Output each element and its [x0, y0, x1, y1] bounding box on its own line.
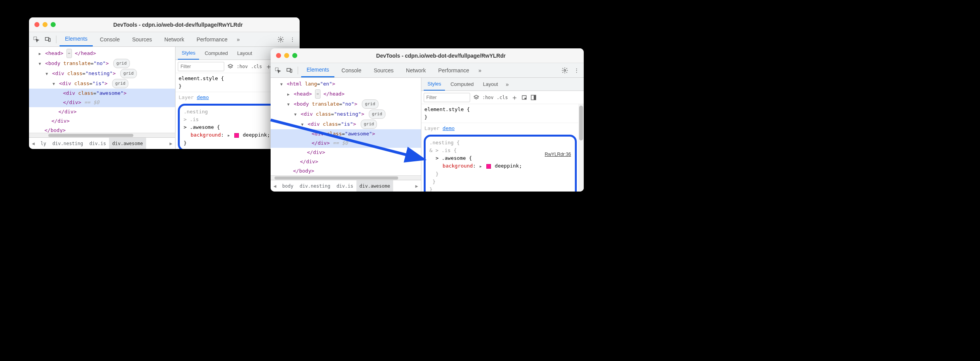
grid-badge[interactable]: grid [120, 69, 137, 78]
settings-icon[interactable] [560, 65, 570, 75]
expander-icon[interactable]: ▼ [37, 60, 42, 68]
scrollbar-thumb[interactable] [274, 176, 398, 180]
tab-performance[interactable]: Performance [433, 63, 474, 77]
grid-badge[interactable]: grid [361, 120, 377, 129]
computed-sidebar-icon[interactable] [521, 94, 527, 101]
zoom-window-button[interactable] [51, 22, 56, 27]
styles-filter-input[interactable] [178, 62, 224, 71]
rendering-icon[interactable] [530, 94, 537, 101]
layer-link[interactable]: demo [197, 94, 209, 100]
horizontal-scrollbar[interactable] [29, 133, 175, 137]
expander-icon[interactable]: ▼ [51, 80, 56, 88]
crumb-awesome[interactable]: div.awesome [356, 180, 393, 192]
prop-value-deeppink[interactable]: deeppink [495, 163, 519, 169]
grid-badge[interactable]: grid [113, 59, 130, 68]
minimize-window-button[interactable] [284, 53, 289, 58]
grid-badge[interactable]: grid [369, 109, 385, 119]
prop-name-background[interactable]: background [443, 163, 473, 169]
tab-console[interactable]: Console [336, 63, 366, 77]
dom-node-close-nesting[interactable]: </div> [29, 116, 175, 126]
styles-rules-body[interactable]: element.style { } Layer demo RwYLRdr:36 … [421, 104, 584, 192]
expander-icon[interactable]: ▼ [293, 110, 298, 119]
crumb-is[interactable]: div.is [333, 180, 356, 192]
inspect-icon[interactable] [31, 34, 41, 44]
breadcrumb-prev[interactable]: ◀ [271, 183, 279, 189]
styles-tab-computed[interactable]: Computed [201, 47, 232, 60]
dom-node-head[interactable]: ▶ <head> ⋯ </head> [29, 48, 175, 58]
styles-tab-styles[interactable]: Styles [424, 78, 445, 91]
crumb-body[interactable]: body [279, 180, 297, 192]
cls-toggle[interactable]: .cls [251, 64, 262, 69]
minimize-window-button[interactable] [43, 22, 48, 27]
vertical-scrollbar[interactable] [578, 104, 584, 192]
dom-node-nesting[interactable]: ▼ <div class="nesting"> grid [29, 68, 175, 79]
ellipsis-badge[interactable]: ⋯ [315, 89, 320, 99]
dom-node-body[interactable]: ▼ <body translate="no"> grid [271, 99, 421, 109]
grid-badge[interactable]: grid [362, 99, 378, 109]
selector-nesting-open[interactable]: .nesting { [429, 139, 571, 147]
dom-node-is[interactable]: ▼ <div class="is"> grid [271, 119, 421, 129]
crumb-awesome[interactable]: div.awesome [109, 138, 146, 149]
hov-toggle[interactable]: :hov [237, 64, 248, 69]
cls-toggle[interactable]: .cls [497, 95, 508, 100]
crumb-partial[interactable]: ly [37, 138, 49, 149]
tab-elements[interactable]: Elements [301, 63, 334, 77]
close-window-button[interactable] [34, 22, 39, 27]
crumb-is[interactable]: div.is [86, 138, 109, 149]
layer-link[interactable]: demo [443, 125, 455, 131]
dom-node-body[interactable]: ▼ <body translate="no"> grid [29, 58, 175, 68]
element-style-section[interactable]: element.style { } [421, 104, 584, 123]
crumb-nesting[interactable]: div.nesting [49, 138, 86, 149]
source-link[interactable]: RwYLRdr:36 [545, 151, 571, 158]
inspect-icon[interactable] [273, 65, 283, 75]
color-swatch-deeppink[interactable] [486, 164, 491, 169]
styles-tab-styles[interactable]: Styles [178, 47, 199, 60]
dom-tree[interactable]: ▼ <html lang="en"> ▶ <head> ⋯ </head> ▼ … [271, 78, 421, 175]
breadcrumb-next[interactable]: ▶ [167, 141, 175, 146]
expand-shorthand-icon[interactable]: ▶ [480, 164, 482, 168]
tab-elements[interactable]: Elements [60, 32, 93, 46]
scrollbar-thumb[interactable] [48, 134, 133, 137]
tab-network[interactable]: Network [401, 63, 431, 77]
device-toggle-icon[interactable] [43, 34, 53, 44]
tabs-overflow[interactable]: » [476, 67, 484, 74]
breadcrumb-next[interactable]: ▶ [412, 183, 421, 189]
hov-toggle[interactable]: :hov [482, 95, 494, 100]
styles-tab-layout[interactable]: Layout [233, 47, 256, 60]
horizontal-scrollbar[interactable] [271, 175, 421, 180]
dom-tree[interactable]: ▶ <head> ⋯ </head> ▼ <body translate="no… [29, 47, 175, 133]
expander-icon[interactable]: ▼ [44, 70, 49, 78]
kebab-menu-icon[interactable]: ⋮ [571, 65, 581, 75]
dom-node-close-body[interactable]: </body> [29, 126, 175, 133]
dom-node-is[interactable]: ▼ <div class="is"> grid [29, 79, 175, 89]
device-toggle-icon[interactable] [285, 65, 295, 75]
prop-name-background[interactable]: background [191, 132, 221, 138]
color-swatch-deeppink[interactable] [234, 133, 239, 138]
prop-value-deeppink[interactable]: deeppink [243, 132, 267, 138]
dom-node-nesting[interactable]: ▼ <div class="nesting"> grid [271, 109, 421, 119]
dom-node-close-is[interactable]: </div> [29, 107, 175, 116]
styles-tab-layout[interactable]: Layout [479, 78, 502, 91]
layers-icon[interactable] [227, 63, 233, 70]
dom-node-awesome-open[interactable]: <div class="awesome"> [271, 129, 421, 139]
declaration-background[interactable]: background: ▶ deeppink; [429, 162, 571, 170]
dom-node-awesome-close[interactable]: </div> == $0 [271, 139, 421, 148]
zoom-window-button[interactable] [292, 53, 297, 58]
dom-node-awesome-open[interactable]: <div class="awesome"> [29, 89, 175, 98]
expander-icon[interactable]: ▶ [286, 90, 291, 99]
close-window-button[interactable] [276, 53, 281, 58]
tab-sources[interactable]: Sources [368, 63, 399, 77]
dom-node-close-is[interactable]: </div> [271, 148, 421, 157]
styles-filter-input[interactable] [424, 93, 470, 102]
layers-icon[interactable] [473, 94, 479, 101]
ellipsis-badge[interactable]: ⋯ [66, 49, 72, 58]
dom-node-head[interactable]: ▶ <head> ⋯ </head> [271, 89, 421, 99]
expander-icon[interactable]: ▶ [37, 50, 42, 58]
styles-overflow[interactable]: » [503, 81, 511, 87]
expander-icon[interactable]: ▼ [279, 80, 284, 89]
new-rule-icon[interactable]: ＋ [511, 93, 518, 102]
tabs-overflow[interactable]: » [235, 36, 242, 43]
dom-node-close-body[interactable]: </body> [271, 166, 421, 175]
scrollbar-thumb[interactable] [579, 106, 583, 140]
styles-tab-computed[interactable]: Computed [447, 78, 477, 91]
